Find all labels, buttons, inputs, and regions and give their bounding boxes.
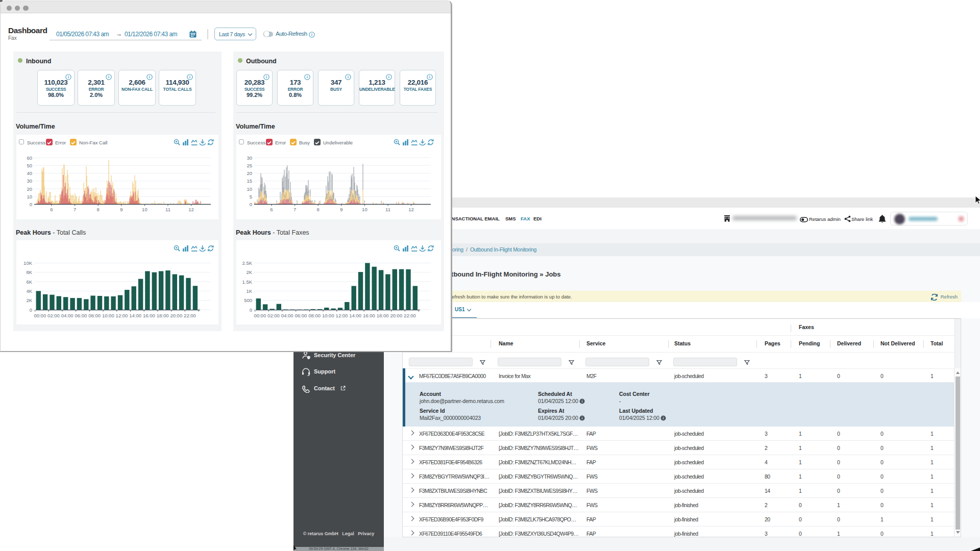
svg-text:1K: 1K — [246, 288, 252, 294]
svg-text:06:00: 06:00 — [75, 313, 87, 318]
svg-text:20:00: 20:00 — [170, 313, 182, 318]
svg-text:00:00: 00:00 — [34, 313, 46, 318]
svg-text:0: 0 — [30, 202, 32, 207]
svg-text:7: 7 — [74, 207, 76, 212]
svg-text:11: 11 — [165, 207, 170, 212]
svg-text:15: 15 — [247, 178, 252, 184]
svg-text:0: 0 — [30, 307, 32, 313]
svg-text:10: 10 — [247, 186, 252, 192]
svg-text:2.5K: 2.5K — [242, 260, 252, 266]
svg-text:04:00: 04:00 — [61, 313, 74, 318]
svg-text:20:00: 20:00 — [390, 313, 402, 318]
svg-text:2K: 2K — [26, 297, 32, 303]
svg-text:12:00: 12:00 — [336, 313, 348, 318]
svg-text:10:00: 10:00 — [102, 313, 114, 318]
svg-text:1.5K: 1.5K — [242, 279, 252, 285]
svg-text:8: 8 — [97, 207, 100, 212]
svg-text:0: 0 — [250, 307, 252, 313]
svg-text:06:00: 06:00 — [295, 313, 307, 318]
svg-text:08:00: 08:00 — [308, 313, 321, 318]
svg-text:02:00: 02:00 — [267, 313, 280, 318]
svg-text:2K: 2K — [246, 269, 252, 275]
svg-text:30: 30 — [27, 178, 32, 184]
svg-text:50: 50 — [27, 163, 32, 168]
svg-text:25: 25 — [247, 163, 252, 168]
svg-text:20: 20 — [27, 186, 32, 192]
svg-text:11: 11 — [385, 207, 390, 212]
svg-text:04:00: 04:00 — [281, 313, 293, 318]
svg-text:12: 12 — [408, 207, 414, 212]
svg-text:20: 20 — [247, 170, 252, 176]
svg-text:6K: 6K — [26, 279, 32, 285]
svg-text:08:00: 08:00 — [88, 313, 101, 318]
svg-text:500: 500 — [244, 297, 252, 303]
svg-text:16:00: 16:00 — [363, 313, 375, 318]
svg-text:9: 9 — [340, 207, 342, 212]
svg-text:22:00: 22:00 — [184, 313, 196, 318]
svg-text:14:00: 14:00 — [129, 313, 141, 318]
svg-text:12: 12 — [188, 207, 194, 212]
svg-text:9: 9 — [120, 207, 122, 212]
svg-text:02:00: 02:00 — [47, 313, 60, 318]
svg-text:14:00: 14:00 — [349, 313, 361, 318]
svg-text:60: 60 — [27, 155, 32, 161]
svg-text:10: 10 — [362, 207, 368, 212]
svg-text:16:00: 16:00 — [143, 313, 155, 318]
svg-text:10: 10 — [27, 194, 32, 199]
svg-text:0: 0 — [250, 202, 252, 207]
svg-text:30: 30 — [247, 155, 252, 161]
svg-text:6: 6 — [270, 207, 273, 212]
svg-text:10:00: 10:00 — [322, 313, 334, 318]
svg-text:18:00: 18:00 — [377, 313, 389, 318]
svg-text:00:00: 00:00 — [254, 313, 266, 318]
svg-text:4K: 4K — [26, 288, 32, 294]
svg-text:5: 5 — [250, 194, 252, 199]
svg-text:8: 8 — [317, 207, 320, 212]
svg-text:22:00: 22:00 — [404, 313, 416, 318]
svg-text:6: 6 — [50, 207, 53, 212]
svg-text:12:00: 12:00 — [116, 313, 128, 318]
svg-text:40: 40 — [27, 170, 32, 176]
svg-text:7: 7 — [293, 207, 296, 212]
svg-text:18:00: 18:00 — [157, 313, 169, 318]
svg-text:10K: 10K — [23, 260, 33, 266]
svg-text:10: 10 — [142, 207, 148, 212]
svg-text:8K: 8K — [26, 269, 32, 275]
